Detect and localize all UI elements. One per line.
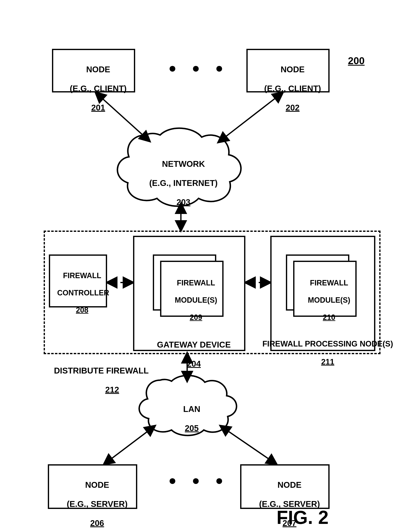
firewall-module-pn-label: FIREWALL MODULE(S) 210 bbox=[293, 270, 357, 330]
bottom-ellipsis: ● ● ● bbox=[168, 473, 229, 488]
svg-line-5 bbox=[220, 426, 277, 464]
firewall-processing-nodes-label: FIREWALL PROCESSING NODE(S) 211 bbox=[244, 330, 402, 376]
gateway-device-label: GATEWAY DEVICE 204 bbox=[133, 330, 245, 378]
lan-label: LAN 205 bbox=[162, 395, 212, 442]
firewall-controller-label: FIREWALL CONTROLLER 208 bbox=[49, 263, 107, 323]
node-client-1-label: NODE (E.G., CLIENT) 201 bbox=[52, 55, 135, 122]
node-server-1-label: NODE (E.G., SERVER) 206 bbox=[48, 470, 137, 532]
network-label: NETWORK (E.G., INTERNET) 203 bbox=[135, 150, 223, 216]
figure-label: FIG. 2 bbox=[277, 507, 328, 528]
node-client-2-label: NODE (E.G., CLIENT) 202 bbox=[246, 55, 330, 122]
figure-id: 200 bbox=[337, 44, 364, 78]
top-ellipsis: ● ● ● bbox=[168, 60, 229, 76]
firewall-module-gw-label: FIREWALL MODULE(S) 209 bbox=[160, 270, 223, 330]
svg-line-4 bbox=[104, 426, 155, 464]
